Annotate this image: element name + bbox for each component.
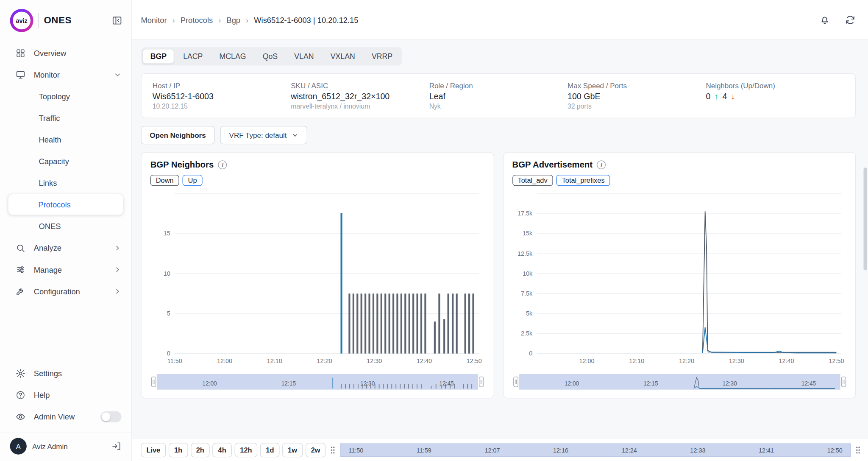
- sidebar-item-manage[interactable]: Manage: [0, 259, 131, 280]
- chart-brush[interactable]: 12:0012:1512:3012:45: [512, 374, 846, 392]
- tab-vrrp[interactable]: VRRP: [364, 49, 401, 64]
- sidebar-item-links[interactable]: Links: [0, 172, 131, 194]
- tab-lacp[interactable]: LACP: [175, 49, 211, 64]
- sidebar-item-ones[interactable]: ONES: [0, 215, 131, 237]
- info-icon[interactable]: i: [218, 160, 227, 169]
- sidebar-collapse-button[interactable]: [110, 14, 123, 27]
- sidebar-item-label: Capacity: [39, 157, 69, 166]
- time-button-2h[interactable]: 2h: [191, 443, 210, 457]
- legend-chip-total-prefixes[interactable]: Total_prefixes: [556, 175, 610, 186]
- sidebar-item-label: Links: [39, 179, 57, 187]
- svg-text:12:30: 12:30: [729, 358, 744, 364]
- slider-label: 12:24: [622, 447, 637, 453]
- sidebar-item-label: Configuration: [34, 287, 80, 296]
- logout-button[interactable]: [111, 441, 122, 451]
- sidebar-footer: Settings Help Admin View A Aviz Admin: [0, 363, 131, 461]
- breadcrumb-monitor[interactable]: Monitor: [141, 15, 167, 24]
- sidebar-item-capacity[interactable]: Capacity: [0, 151, 131, 172]
- sidebar-item-label: Topology: [39, 92, 70, 101]
- slider-right-grip[interactable]: [854, 445, 862, 454]
- time-button-1h[interactable]: 1h: [169, 443, 188, 457]
- svg-text:12:30: 12:30: [367, 358, 382, 364]
- actions-row: Open Neighbors VRF Type: default: [141, 126, 856, 144]
- info-sub: marvell-teralynx / innovium: [291, 103, 429, 110]
- scrollbar[interactable]: [863, 40, 867, 438]
- scrollbar-thumb[interactable]: [864, 168, 867, 270]
- chevron-right-icon: [114, 287, 121, 295]
- info-icon[interactable]: i: [597, 160, 606, 169]
- svg-text:12:30: 12:30: [722, 380, 737, 387]
- info-value: 100 GbE: [568, 92, 706, 101]
- svg-text:12:20: 12:20: [679, 358, 694, 364]
- vrf-type-select[interactable]: VRF Type: default: [220, 126, 307, 144]
- svg-text:7.5k: 7.5k: [520, 290, 532, 297]
- sidebar-item-label: Overview: [34, 49, 66, 58]
- breadcrumb-bgp[interactable]: Bgp: [226, 15, 240, 24]
- sidebar: aviz ONES Overview Monitor: [0, 0, 132, 461]
- time-range-slider[interactable]: 11:50 11:59 12:07 12:16 12:24 12:33 12:4…: [340, 443, 851, 456]
- main-area: Monitor › Protocols › Bgp › Wis6512-1-60…: [132, 0, 868, 461]
- legend-chip-total-adv[interactable]: Total_adv: [512, 175, 553, 186]
- time-button-4h[interactable]: 4h: [212, 443, 231, 457]
- info-label: Host / IP: [153, 81, 291, 90]
- sidebar-item-analyze[interactable]: Analyze: [0, 237, 131, 259]
- vrf-type-label: VRF Type: default: [229, 131, 287, 140]
- sidebar-item-admin-view[interactable]: Admin View: [0, 406, 131, 427]
- sidebar-item-configuration[interactable]: Configuration: [0, 280, 131, 302]
- time-button-live[interactable]: Live: [141, 443, 166, 457]
- svg-text:12:00: 12:00: [579, 358, 594, 364]
- sidebar-item-label: ONES: [39, 222, 61, 231]
- breadcrumb-protocols[interactable]: Protocols: [181, 15, 213, 24]
- sidebar-item-monitor[interactable]: Monitor: [0, 64, 131, 85]
- sidebar-item-topology[interactable]: Topology: [0, 86, 131, 107]
- avatar: A: [10, 438, 27, 455]
- grid-icon: [16, 48, 26, 58]
- refresh-button[interactable]: [845, 14, 856, 25]
- logo-divider: [38, 13, 39, 28]
- admin-view-toggle[interactable]: [100, 411, 122, 422]
- eye-icon: [16, 411, 26, 422]
- slider-label: 11:59: [417, 447, 431, 453]
- breadcrumb-separator-icon: ›: [246, 15, 248, 24]
- device-info-card: Host / IP Wis6512-1-6003 10.20.12.15 SKU…: [141, 73, 856, 118]
- neighbors-counts: 0 ↑ 4 ↓: [706, 92, 844, 101]
- sidebar-item-label: Protocols: [38, 200, 70, 209]
- legend-chip-down[interactable]: Down: [150, 175, 179, 186]
- legend-chip-up[interactable]: Up: [182, 175, 202, 186]
- chart-brush[interactable]: 12:0012:1512:3012:45: [150, 374, 484, 392]
- tab-vxlan[interactable]: VXLAN: [323, 49, 363, 64]
- bgp-neighbors-card: BGP Neighbors i Down Up 05101511:5012:00…: [141, 152, 494, 399]
- user-name: Aviz Admin: [32, 442, 68, 450]
- svg-text:12:30: 12:30: [360, 380, 375, 387]
- time-button-12h[interactable]: 12h: [234, 443, 257, 457]
- tab-mclag[interactable]: MCLAG: [211, 49, 253, 64]
- charts-row: BGP Neighbors i Down Up 05101511:5012:00…: [141, 152, 856, 399]
- svg-text:5k: 5k: [526, 310, 532, 317]
- notifications-button[interactable]: [819, 14, 830, 25]
- tab-qos[interactable]: QoS: [255, 49, 285, 64]
- bgp-neighbors-brush[interactable]: 12:0012:1512:3012:45: [150, 374, 485, 390]
- sidebar-item-label: Monitor: [34, 70, 60, 79]
- bgp-advertisement-card: BGP Advertisement i Total_adv Total_pref…: [503, 152, 856, 399]
- chevron-right-icon: [114, 244, 121, 251]
- tab-bgp[interactable]: BGP: [142, 49, 174, 64]
- monitor-icon: [16, 70, 26, 80]
- down-arrow-icon: ↓: [731, 92, 735, 101]
- slider-label: 12:41: [759, 447, 774, 453]
- sidebar-item-traffic[interactable]: Traffic: [0, 107, 131, 129]
- sidebar-item-overview[interactable]: Overview: [0, 42, 131, 64]
- info-sub: Nyk: [429, 103, 568, 110]
- sidebar-item-help[interactable]: Help: [0, 384, 131, 406]
- sidebar-item-protocols[interactable]: Protocols: [8, 194, 123, 215]
- bgp-advertisement-brush[interactable]: 12:0012:1512:3012:45: [512, 374, 847, 390]
- tab-vlan[interactable]: VLAN: [287, 49, 322, 64]
- sidebar-item-settings[interactable]: Settings: [0, 363, 131, 384]
- time-button-2w[interactable]: 2w: [306, 443, 326, 457]
- sidebar-item-health[interactable]: Health: [0, 129, 131, 151]
- time-button-1d[interactable]: 1d: [260, 443, 279, 457]
- time-button-1w[interactable]: 1w: [282, 443, 303, 457]
- slider-left-grip[interactable]: [328, 445, 337, 454]
- neighbors-down-count: 4: [722, 92, 727, 101]
- info-host-ip: Host / IP Wis6512-1-6003 10.20.12.15: [153, 81, 291, 110]
- open-neighbors-button[interactable]: Open Neighbors: [141, 126, 214, 144]
